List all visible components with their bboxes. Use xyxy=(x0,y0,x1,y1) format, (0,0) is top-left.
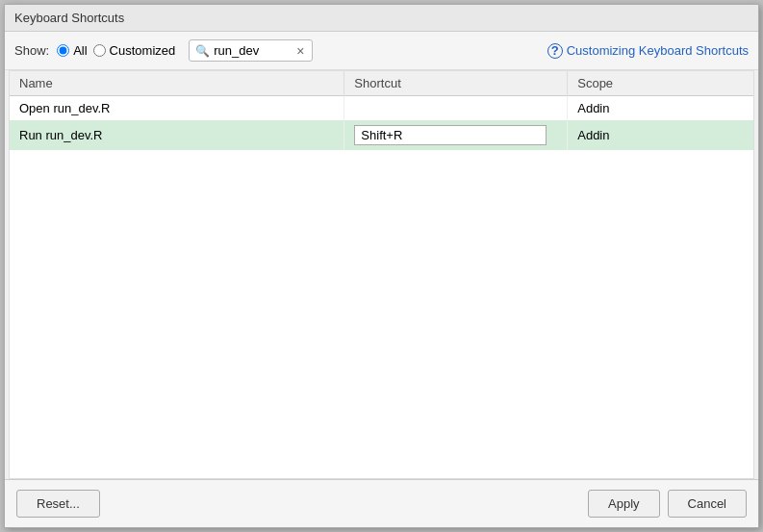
keyboard-shortcuts-dialog: Keyboard Shortcuts Show: All Customized … xyxy=(4,4,759,528)
cell-scope: Addin xyxy=(568,96,753,121)
table-row[interactable]: Run run_dev.R Addin xyxy=(10,120,753,150)
show-label: Show: xyxy=(14,43,49,58)
cell-name: Open run_dev.R xyxy=(10,96,344,121)
cell-name: Run run_dev.R xyxy=(10,120,344,150)
dialog-footer: Reset... Apply Cancel xyxy=(5,479,758,527)
radio-group-show: All Customized xyxy=(57,43,175,58)
help-link[interactable]: ? Customizing Keyboard Shortcuts xyxy=(547,43,749,59)
dialog-title: Keyboard Shortcuts xyxy=(14,11,124,25)
reset-button[interactable]: Reset... xyxy=(16,490,100,518)
radio-customized[interactable] xyxy=(93,44,106,57)
search-icon: 🔍 xyxy=(195,44,210,58)
col-header-shortcut: Shortcut xyxy=(344,71,568,96)
radio-customized-label: Customized xyxy=(110,43,176,58)
col-header-name: Name xyxy=(10,71,344,96)
cell-scope: Addin xyxy=(568,120,753,150)
cell-shortcut[interactable] xyxy=(344,120,568,150)
help-link-label: Customizing Keyboard Shortcuts xyxy=(567,43,749,58)
apply-button[interactable]: Apply xyxy=(588,490,660,518)
help-icon: ? xyxy=(547,43,563,59)
radio-all-label: All xyxy=(73,43,87,58)
search-clear-button[interactable]: × xyxy=(294,44,306,58)
radio-option-all[interactable]: All xyxy=(57,43,87,58)
radio-all[interactable] xyxy=(57,44,69,57)
cancel-button[interactable]: Cancel xyxy=(668,490,747,518)
shortcuts-table: Name Shortcut Scope Open run_dev.R Addin… xyxy=(10,71,753,150)
table-row[interactable]: Open run_dev.R Addin xyxy=(10,96,753,121)
search-input[interactable] xyxy=(214,43,291,58)
footer-right-buttons: Apply Cancel xyxy=(588,490,747,518)
cell-shortcut xyxy=(344,96,568,121)
dialog-title-bar: Keyboard Shortcuts xyxy=(5,5,758,32)
shortcut-input[interactable] xyxy=(354,125,547,145)
radio-option-customized[interactable]: Customized xyxy=(93,43,176,58)
col-header-scope: Scope xyxy=(568,71,753,96)
toolbar: Show: All Customized 🔍 × ? Customizing K… xyxy=(5,32,758,70)
shortcuts-table-container: Name Shortcut Scope Open run_dev.R Addin… xyxy=(9,70,754,479)
table-header: Name Shortcut Scope xyxy=(10,71,753,96)
table-body: Open run_dev.R Addin Run run_dev.R Addin xyxy=(10,96,753,151)
search-container: 🔍 × xyxy=(189,39,313,62)
